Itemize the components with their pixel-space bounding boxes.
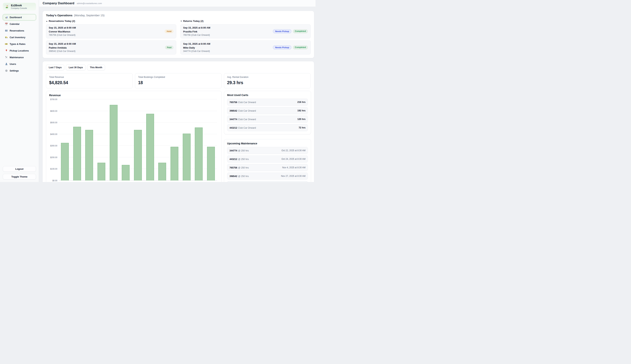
return-item[interactable]: Sep 15, 2025 at 8:00 AM Mike Daily 34477…: [180, 40, 311, 54]
return-cart: 344774 (Club Car Onward): [183, 50, 210, 52]
revenue-bar: [146, 114, 154, 180]
revenue-bar: [158, 163, 166, 180]
cart-hours: 120 hrs: [297, 118, 306, 120]
filter-last-30-days[interactable]: Last 30 Days: [66, 64, 86, 70]
revenue-bar: [122, 165, 130, 180]
status-badge-needs-pickup: Needs Pickup: [273, 29, 291, 33]
revenue-bar: [85, 130, 93, 180]
cart-usage-row: 344774 Club Car Onward 120 hrs: [227, 116, 308, 123]
cart-id: 344774: [230, 118, 237, 121]
revenue-bar: [98, 163, 105, 180]
bar-slot: [71, 99, 83, 180]
calendar-icon: 17: [5, 22, 8, 26]
tools-icon: [5, 56, 8, 59]
sidebar-item-label: Dashboard: [10, 16, 22, 19]
brand-card: Ez2Book Company Console: [3, 3, 36, 10]
app-root: Ez2Book Company Console Dashboard 17 Cal…: [0, 0, 316, 182]
return-customer: Prasilla Fink: [183, 30, 210, 33]
reservation-datetime: Sep 15, 2025 at 8:00 AM: [49, 26, 76, 29]
reservation-item[interactable]: Sep 15, 2025 at 8:00 AM Connor MacManus …: [46, 24, 176, 38]
cart-id: 443212: [230, 126, 237, 129]
cart-name: Club Car Onward: [238, 126, 256, 129]
return-cart: 765756 (Club Car Onward): [183, 34, 210, 36]
return-customer: Mike Daily: [183, 46, 210, 49]
reservation-item[interactable]: Sep 15, 2025 at 8:00 AM Padme Amidala 39…: [46, 40, 176, 54]
reservations-header: ▲ Reservations Today (2): [46, 20, 176, 22]
returns-header: ▼ Returns Today (2): [180, 20, 311, 22]
maintenance-row: 398542 @ 250 hrs Nov 27, 2025 at 8:30 AM: [227, 172, 308, 180]
sidebar-item-dashboard[interactable]: Dashboard: [3, 14, 36, 20]
x-axis-tick: 2025-08-29: [95, 182, 108, 182]
cart-usage-row: 398542 Club Car Onward 192 hrs: [227, 107, 308, 114]
logout-button[interactable]: Logout: [3, 166, 36, 172]
open-book-icon: [5, 29, 8, 32]
main-area: Company Dashboard admin@coastaldunes.com…: [39, 0, 316, 182]
reservation-customer: Padme Amidala: [49, 46, 76, 49]
cart-id: 398542: [230, 110, 237, 112]
sidebar-item-users[interactable]: Users: [3, 61, 36, 67]
user-email: admin@coastaldunes.com: [77, 2, 102, 4]
return-datetime: Sep 15, 2025 at 8:00 AM: [183, 26, 210, 29]
status-badge-completed: Completed: [293, 29, 308, 33]
y-axis-tick: $200.00: [50, 156, 57, 158]
maintenance-row: 344774 @ 250 hrs Oct 22, 2025 at 8:30 AM: [227, 147, 308, 154]
most-used-carts-title: Most Used Carts: [227, 94, 308, 96]
stat-total-revenue: Total Revenue $4,820.54: [46, 73, 133, 88]
date-range-filters: Last 7 Days Last 30 Days This Month: [46, 64, 311, 70]
cart-id: 344774: [230, 150, 237, 152]
sidebar-item-settings[interactable]: Settings: [3, 68, 36, 74]
stat-value: $4,820.54: [49, 80, 130, 85]
cart-id: 765756: [230, 101, 237, 104]
bar-slot: [83, 99, 95, 180]
sidebar-item-maintenance[interactable]: Maintenance: [3, 54, 36, 60]
x-axis-tick: 2025-09-04: [132, 182, 144, 182]
x-axis-tick: 2025-08-26: [71, 182, 83, 182]
bar-chart-icon: [5, 16, 8, 19]
cart-name: Club Car Onward: [238, 118, 256, 121]
revenue-chart-card: Revenue $0.00$100.00$200.00$300.00$400.0…: [46, 91, 222, 182]
sidebar-item-cart-inventory[interactable]: Cart Inventory: [3, 34, 36, 40]
golf-cart-icon: [5, 36, 8, 39]
maintenance-row: 443212 @ 500 hrs Nov 27, 2025 at 8:30 AM: [227, 181, 308, 182]
filter-this-month[interactable]: This Month: [87, 64, 105, 70]
sidebar-item-types-rates[interactable]: $ Types & Rates: [3, 41, 36, 47]
y-axis-tick: $600.00: [50, 110, 57, 112]
most-used-carts-card: Most Used Carts 765756 Club Car Onward 2…: [224, 91, 311, 134]
pin-icon: [5, 49, 8, 52]
cart-name: Club Car Onward: [238, 110, 256, 112]
x-axis-tick: 2025-08-25: [59, 182, 71, 182]
return-item[interactable]: Sep 15, 2025 at 8:00 AM Prasilla Fink 76…: [180, 24, 311, 38]
toggle-theme-button[interactable]: Toggle Theme: [3, 174, 36, 180]
x-axis-tick: 2025-09-13: [193, 182, 205, 182]
sidebar-item-reservations[interactable]: Reservations: [3, 28, 36, 34]
sidebar-item-pickup-locations[interactable]: Pickup Locations: [3, 48, 36, 54]
analytics-panel: Last 7 Days Last 30 Days This Month Tota…: [42, 61, 314, 182]
cart-usage-row: 443212 Club Car Onward 72 hrs: [227, 124, 308, 131]
return-datetime: Sep 15, 2025 at 8:00 AM: [183, 42, 210, 45]
sidebar-item-label: Users: [10, 63, 16, 66]
y-axis-tick: $700.00: [50, 98, 57, 100]
revenue-bar: [207, 147, 215, 180]
bar-slot: [95, 99, 108, 180]
sidebar-item-label: Reservations: [10, 30, 24, 32]
chart-title: Revenue: [49, 94, 218, 97]
cart-name: Club Car Onward: [238, 101, 256, 104]
cart-hours: 72 hrs: [299, 126, 306, 129]
sidebar-item-calendar[interactable]: 17 Calendar: [3, 21, 36, 27]
maintenance-due-date: Nov 27, 2025 at 8:30 AM: [281, 175, 306, 177]
brand-name: Ez2Book: [11, 4, 27, 7]
maintenance-due-date: Oct 22, 2025 at 8:30 AM: [282, 149, 306, 152]
maintenance-threshold: @ 250 hrs: [238, 175, 249, 178]
sidebar: Ez2Book Company Console Dashboard 17 Cal…: [0, 0, 39, 182]
revenue-bar: [170, 147, 178, 180]
filter-last-7-days[interactable]: Last 7 Days: [46, 64, 64, 70]
stat-total-bookings: Total Bookings Completed 18: [135, 73, 222, 88]
status-badge-needs-pickup: Needs Pickup: [273, 46, 291, 50]
x-axis-tick: 2025-09-14: [205, 182, 217, 182]
stat-cards: Total Revenue $4,820.54 Total Bookings C…: [46, 73, 311, 88]
reservations-column: ▲ Reservations Today (2) Sep 15, 2025 at…: [46, 20, 176, 56]
x-axis-tick: 2025-08-28: [83, 182, 95, 182]
y-axis-tick: $0.00: [52, 180, 57, 182]
returns-column: ▼ Returns Today (2) Sep 15, 2025 at 8:00…: [180, 20, 311, 56]
golf-flag-icon: [4, 4, 9, 9]
